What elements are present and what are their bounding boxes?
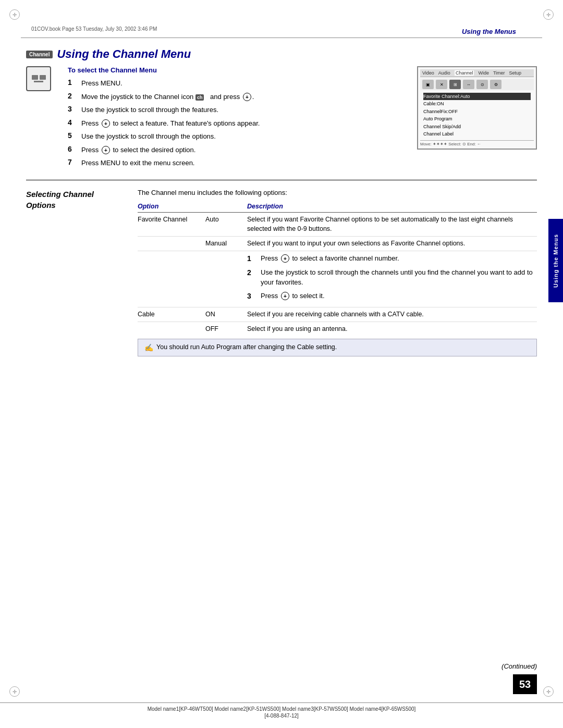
file-meta: 01COV.book Page 53 Tuesday, July 30, 200… <box>31 26 157 32</box>
selecting-intro: The Channel menu includes the following … <box>138 189 537 196</box>
tv-menu-timer: Timer <box>493 70 505 76</box>
header-section-title: Using the Menus <box>462 28 516 35</box>
tv-icon-1: ▣ <box>422 80 434 89</box>
step-3: 3 Use the joystick to scroll through the… <box>68 105 407 115</box>
inline-channel-icon: ch <box>195 94 204 101</box>
tv-menu-channel: Channel <box>455 70 474 76</box>
icon-screen-1 <box>32 75 38 80</box>
tv-footer: Move: ✦✦✦✦ Select: ⊙ End: ← <box>420 140 534 146</box>
tv-screen-container: Video Audio Channel Wide Timer Setup ▣ ✕… <box>417 66 537 150</box>
icon-screen-2 <box>40 75 46 80</box>
inline-circle-icon-2: + <box>243 93 251 101</box>
tv-menu-setup: Setup <box>509 70 522 76</box>
tv-option-2: Cable:ON <box>423 100 531 107</box>
sub-step-1-number: 1 <box>247 253 259 264</box>
inline-circle-sub-3: + <box>281 292 289 300</box>
section-divider <box>26 180 537 180</box>
option-empty-2 <box>138 251 205 307</box>
table-row: Cable ON Select if you are receiving cab… <box>138 307 537 322</box>
inline-circle-sub-1: + <box>281 254 289 263</box>
desc-off: Select if you are using an antenna. <box>247 322 537 336</box>
note-box: ✍ You should run Auto Program after chan… <box>138 339 537 356</box>
table-row: Favorite Channel Auto Select if you want… <box>138 212 537 237</box>
main-content: Channel Using the Channel Menu Video Aud… <box>26 47 537 398</box>
step-6-text: Press + to select the desired option. <box>81 145 407 155</box>
inline-circle-icon-4: + <box>102 119 110 128</box>
tv-menu-wide: Wide <box>478 70 489 76</box>
step-3-text: Use the joystick to scroll through the f… <box>81 105 407 115</box>
icon-screens <box>32 75 46 80</box>
footer-models: Model name1[KP-46WT500] Model name2[KP-5… <box>148 706 416 712</box>
step-6: 6 Press + to select the desired option. <box>68 145 407 155</box>
page-number-box: 53 <box>26 674 537 694</box>
tv-icons-row: ▣ ✕ ⊞ ↔ ⊙ ⚙ <box>420 79 534 90</box>
sub-step-1-text: Press + to select a favorite channel num… <box>261 253 533 264</box>
sub-empty <box>205 251 247 307</box>
step-6-number: 6 <box>68 145 79 153</box>
tv-icon-3-channel: ⊞ <box>449 80 461 89</box>
sub-step-2-number: 2 <box>247 267 259 278</box>
chapter-title: Using the Channel Menu <box>57 47 191 61</box>
channel-icon-graphic <box>26 66 51 91</box>
sub-step-3-number: 3 <box>247 291 259 302</box>
sub-manual: Manual <box>205 237 247 251</box>
tv-option-6: Channel Label <box>423 130 531 138</box>
table-row: 1 Press + to select a favorite channel n… <box>138 251 537 307</box>
tv-footer-text: Move: ✦✦✦✦ Select: ⊙ End: ← <box>420 142 481 146</box>
step-4-number: 4 <box>68 118 79 127</box>
option-empty-1 <box>138 237 205 251</box>
sub-step-1: 1 Press + to select a favorite channel n… <box>247 253 533 264</box>
step-2-text: Move the joystick to the Channel icon ch… <box>81 92 407 102</box>
page-number: 53 <box>513 674 537 694</box>
page-footer-area: (Continued) 53 <box>0 662 563 694</box>
tv-menu-content: Favorite Channel:Auto Cable:ON ChannelFi… <box>420 92 534 139</box>
step-1-text: Press MENU. <box>81 78 407 89</box>
step-7-number: 7 <box>68 158 79 166</box>
col-header-sub <box>205 201 247 213</box>
tv-icon-6: ⚙ <box>490 80 501 89</box>
sub-off: OFF <box>205 322 247 336</box>
corner-mark-tl: ✛ <box>9 9 20 20</box>
tv-option-5: Channel Skip/Add <box>423 123 531 130</box>
step-1: 1 Press MENU. <box>68 78 407 89</box>
tv-icon-5: ⊙ <box>476 80 488 89</box>
option-cable: Cable <box>138 307 205 322</box>
icon-base <box>34 81 43 82</box>
table-row: Manual Select if you want to input your … <box>138 237 537 251</box>
side-tab: Using the Menus <box>548 219 563 302</box>
note-icon: ✍ <box>144 343 153 352</box>
options-table: Option Description Favorite Channel Auto… <box>138 201 537 336</box>
col-header-description: Description <box>247 201 537 213</box>
option-empty-3 <box>138 322 205 336</box>
icon-column <box>26 66 57 171</box>
desc-manual: Select if you want to input your own sel… <box>247 237 537 251</box>
tv-icon-4: ↔ <box>463 80 474 89</box>
sub-on: ON <box>205 307 247 322</box>
step-5: 5 Use the joystick to scroll through the… <box>68 131 407 142</box>
sub-step-2: 2 Use the joystick to scroll through the… <box>247 267 533 288</box>
step-2-number: 2 <box>68 92 79 100</box>
step-4: 4 Press + to select a feature. That feat… <box>68 118 407 129</box>
step-4-text: Press + to select a feature. That featur… <box>81 118 407 129</box>
tv-option-4: Auto Program <box>423 115 531 122</box>
option-favorite-channel: Favorite Channel <box>138 212 205 237</box>
content-area: Video Audio Channel Wide Timer Setup ▣ ✕… <box>26 66 537 171</box>
sub-step-3: 3 Press + to select it. <box>247 291 533 302</box>
corner-mark-tr: ✛ <box>543 9 554 20</box>
chapter-heading: Channel Using the Channel Menu <box>26 47 537 61</box>
table-row: OFF Select if you are using an antenna. <box>138 322 537 336</box>
sub-auto: Auto <box>205 212 247 237</box>
right-col: The Channel menu includes the following … <box>138 189 537 357</box>
step-2: 2 Move the joystick to the Channel icon … <box>68 92 407 102</box>
tv-menu-video: Video <box>422 70 434 76</box>
step-5-text: Use the joystick to scroll through the o… <box>81 131 407 142</box>
tv-option-3: ChannelFix:OFF <box>423 108 531 115</box>
selecting-subtitle: Selecting Channel Options <box>26 189 125 211</box>
desc-substeps: 1 Press + to select a favorite channel n… <box>247 251 537 307</box>
step-5-number: 5 <box>68 131 79 140</box>
tv-screen: Video Audio Channel Wide Timer Setup ▣ ✕… <box>417 66 537 150</box>
step-1-number: 1 <box>68 78 79 87</box>
col-header-option: Option <box>138 201 205 213</box>
tv-menu-bar: Video Audio Channel Wide Timer Setup <box>420 69 534 77</box>
desc-on: Select if you are receiving cable channe… <box>247 307 537 322</box>
